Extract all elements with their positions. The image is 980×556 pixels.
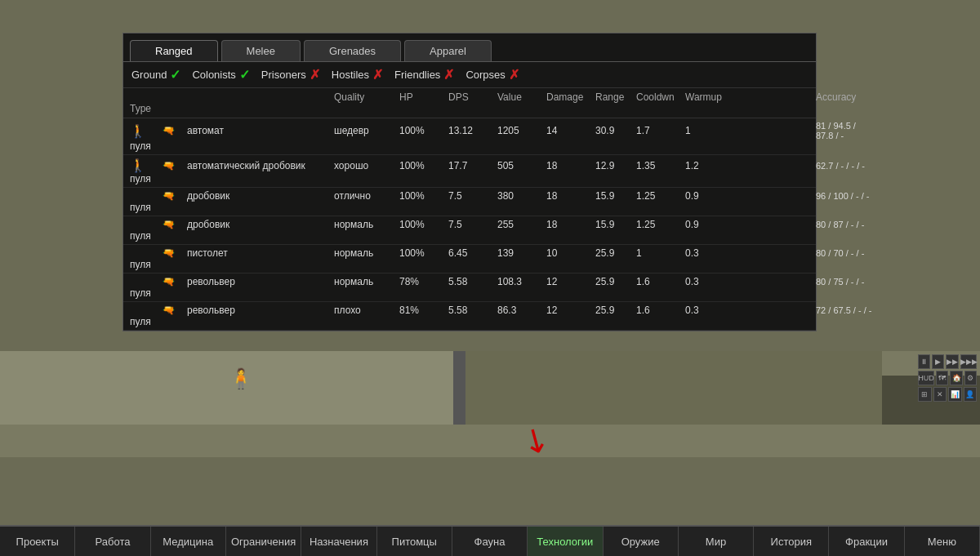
toolbar-btn-ограничения[interactable]: Ограничения: [226, 527, 301, 556]
filter-prisoners-label: Prisoners: [261, 69, 306, 81]
home-btn[interactable]: 🏠: [950, 371, 962, 385]
weapon-quality: отлично: [334, 190, 399, 202]
person-btn[interactable]: 👤: [964, 387, 978, 402]
weapon-range: 25.9: [595, 305, 636, 316]
map-btn[interactable]: 🗺: [936, 371, 948, 385]
weapon-dps: 6.45: [448, 247, 497, 259]
filter-ground-label: Ground: [131, 69, 167, 81]
weapon-char-icon: 🚶: [130, 158, 163, 173]
weapon-dps: 7.5: [448, 219, 497, 230]
filter-colonists-label: Colonists: [192, 69, 235, 81]
weapon-accuracy: 80 / 70 / - / -: [816, 248, 873, 258]
filter-prisoners[interactable]: Prisoners ✗: [261, 67, 320, 82]
weapon-quality: шедевр: [334, 125, 399, 136]
toolbar-btn-фракции[interactable]: Фракции: [829, 527, 904, 556]
weapon-gun-icon: 🔫: [163, 219, 187, 230]
col-hp-header[interactable]: HP: [399, 91, 448, 103]
toolbar-btn-меню[interactable]: Меню: [905, 527, 980, 556]
column-headers: Quality HP DPS Value Damage Range Cooldw…: [123, 88, 816, 118]
filter-friendlies[interactable]: Friendlies ✗: [394, 67, 454, 82]
weapon-range: 15.9: [595, 219, 636, 230]
play-btn[interactable]: ▶: [932, 354, 944, 369]
tab-melee[interactable]: Melee: [221, 40, 301, 61]
weapon-damage: 12: [546, 276, 595, 287]
status-bar: [0, 518, 180, 525]
weapon-row-6[interactable]: 🔫 револьвер плохо 81% 5.58 86.3 12 25.9 …: [123, 302, 816, 331]
pause-btn[interactable]: ⏸: [918, 354, 930, 369]
tab-grenades[interactable]: Grenades: [304, 40, 401, 61]
filter-ground[interactable]: Ground ✓: [131, 67, 180, 82]
col-range-header[interactable]: Range: [595, 91, 636, 103]
weapon-accuracy: 72 / 67.5 / - / -: [816, 305, 873, 315]
weapon-dps: 17.7: [448, 160, 497, 171]
filter-row: Ground ✓ Colonists ✓ Prisoners ✗ Hostile…: [123, 62, 816, 88]
weapon-damage: 18: [546, 160, 595, 171]
toolbar-btn-фауна[interactable]: Фауна: [452, 527, 528, 556]
weapon-name: автоматический дробовик: [187, 160, 334, 171]
filter-friendlies-label: Friendlies: [394, 69, 440, 81]
weapon-quality: плохо: [334, 305, 399, 316]
toolbar-btn-работа[interactable]: Работа: [75, 527, 150, 556]
toolbar-btn-питомцы[interactable]: Питомцы: [377, 527, 452, 556]
weapon-hp: 78%: [399, 276, 448, 287]
grid-btn[interactable]: ⊞: [918, 387, 932, 402]
fast-btn[interactable]: ▶▶: [946, 354, 959, 369]
weapon-row-0[interactable]: 🚶 🔫 автомат шедевр 100% 13.12 1205 14 30…: [123, 118, 816, 155]
weapon-accuracy: 81 / 94.5 / 87.8 / -: [816, 121, 873, 140]
toolbar-btn-оружие[interactable]: Оружие: [604, 527, 679, 556]
weapon-accuracy: 62.7 / - / - / -: [816, 161, 873, 171]
weapon-warmup: 0.3: [685, 276, 816, 287]
col-value-header[interactable]: Value: [497, 91, 546, 103]
tab-ranged[interactable]: Ranged: [130, 40, 218, 61]
weapon-range: 25.9: [595, 247, 636, 259]
toolbar-btn-история[interactable]: История: [754, 527, 829, 556]
col-damage-header[interactable]: Damage: [546, 91, 595, 103]
toolbar-btn-мир[interactable]: Мир: [679, 527, 754, 556]
settings-btn[interactable]: ⚙: [964, 371, 977, 385]
weapon-row-2[interactable]: 🔫 дробовик отлично 100% 7.5 380 18 15.9 …: [123, 188, 816, 216]
weapon-list: 🚶 🔫 автомат шедевр 100% 13.12 1205 14 30…: [123, 118, 816, 331]
faster-btn[interactable]: ▶▶▶: [960, 354, 977, 369]
weapon-name: дробовик: [187, 219, 334, 230]
weapon-name: пистолет: [187, 247, 334, 259]
col-cooldown-header[interactable]: Cooldwn: [636, 91, 685, 103]
filter-ground-check: ✓: [170, 67, 180, 82]
weapon-dps: 13.12: [448, 125, 497, 136]
weapon-warmup: 0.3: [685, 305, 816, 316]
chart-btn[interactable]: 📊: [948, 387, 962, 402]
toolbar-btn-назначения[interactable]: Назначения: [301, 527, 376, 556]
weapon-row-1[interactable]: 🚶 🔫 автоматический дробовик хорошо 100% …: [123, 155, 816, 188]
weapon-range: 12.9: [595, 160, 636, 171]
weapon-value: 108.3: [497, 276, 546, 287]
weapon-gun-icon: 🔫: [163, 190, 187, 202]
filter-hostiles[interactable]: Hostiles ✗: [332, 67, 383, 82]
weapon-gun-icon: 🔫: [163, 276, 187, 287]
weapon-damage: 18: [546, 219, 595, 230]
weapon-accuracy: 96 / 100 / - / -: [816, 191, 873, 201]
weapon-warmup: 0.9: [685, 190, 816, 202]
toolbar-btn-проекты[interactable]: Проекты: [0, 527, 75, 556]
filter-colonists[interactable]: Colonists ✓: [192, 67, 249, 82]
col-warmup-header[interactable]: Warmup: [685, 91, 816, 103]
filter-prisoners-cross: ✗: [310, 67, 320, 82]
weapon-value: 255: [497, 219, 546, 230]
weapon-cooldown: 1.25: [636, 219, 685, 230]
col-quality-header[interactable]: Quality: [334, 91, 399, 103]
weapon-row-5[interactable]: 🔫 револьвер нормаль 78% 5.58 108.3 12 25…: [123, 274, 816, 302]
col-type-header[interactable]: Type: [130, 103, 163, 114]
weapon-panel: Ranged Melee Grenades Apparel Ground ✓ C…: [122, 33, 817, 331]
toolbar-btn-технологии[interactable]: Технологии: [528, 527, 603, 556]
x-btn[interactable]: ✕: [933, 387, 947, 402]
toolbar-btn-медицина[interactable]: Медицина: [151, 527, 226, 556]
weapon-row-4[interactable]: 🔫 пистолет нормаль 100% 6.45 139 10 25.9…: [123, 245, 816, 274]
weapon-hp: 100%: [399, 190, 448, 202]
filter-corpses[interactable]: Corpses ✗: [466, 67, 519, 82]
tab-apparel[interactable]: Apparel: [404, 40, 492, 61]
weapon-warmup: 0.9: [685, 219, 816, 230]
weapon-name: револьвер: [187, 276, 334, 287]
weapon-row-3[interactable]: 🔫 дробовик нормаль 100% 7.5 255 18 15.9 …: [123, 216, 816, 245]
weapon-dps: 5.58: [448, 276, 497, 287]
col-accuracy-header[interactable]: Accuracy: [816, 91, 873, 103]
col-dps-header[interactable]: DPS: [448, 91, 497, 103]
hud-btn[interactable]: HUD: [918, 371, 934, 385]
